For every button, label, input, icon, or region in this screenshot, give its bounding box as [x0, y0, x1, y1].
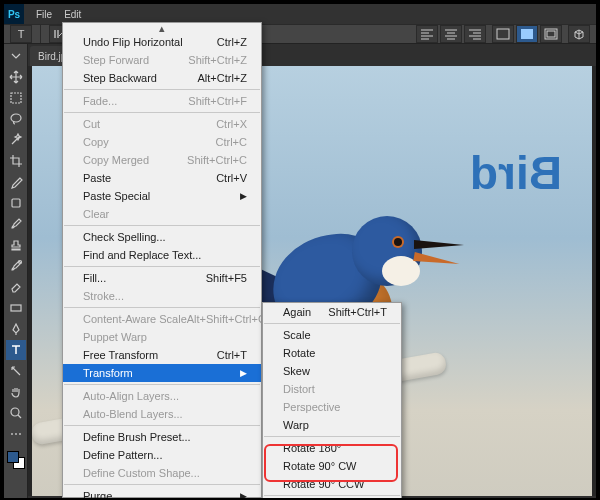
- transform-item-skew[interactable]: Skew: [263, 362, 401, 380]
- svg-rect-3: [547, 31, 555, 37]
- menu-item-shortcut: Shift+Ctrl+T: [328, 306, 387, 318]
- transform-item-rotate-90-ccw[interactable]: Rotate 90° CCW: [263, 475, 401, 493]
- history-brush-tool[interactable]: [6, 256, 26, 276]
- svg-rect-0: [497, 29, 509, 39]
- align-group: [416, 25, 486, 43]
- menu-item-label: Define Brush Preset...: [83, 431, 191, 443]
- eraser-tool[interactable]: [6, 277, 26, 297]
- color-swatches[interactable]: [7, 451, 25, 469]
- menu-separator: [64, 112, 260, 113]
- menu-item-label: Paste Special: [83, 190, 150, 202]
- edit-menu-item-fade: Fade...Shift+Ctrl+F: [63, 92, 261, 110]
- menu-item-shortcut: Shift+Ctrl+F: [188, 95, 247, 107]
- eyedropper-tool[interactable]: [6, 172, 26, 192]
- marquee-tool[interactable]: [6, 88, 26, 108]
- brush-tool[interactable]: [6, 214, 26, 234]
- screen-mode-2-button[interactable]: [516, 25, 538, 43]
- svg-rect-8: [11, 305, 21, 311]
- menu-item-label: Clear: [83, 208, 109, 220]
- edit-menu-item-paste-special[interactable]: Paste Special▶: [63, 187, 261, 205]
- tool-indicator[interactable]: T: [10, 25, 32, 43]
- collapse-button[interactable]: [6, 46, 26, 66]
- menu-item-shortcut: Shift+Ctrl+Z: [188, 54, 247, 66]
- edit-menu-item-define-pattern[interactable]: Define Pattern...: [63, 446, 261, 464]
- hand-tool[interactable]: [6, 382, 26, 402]
- transform-item-scale[interactable]: Scale: [263, 326, 401, 344]
- menu-separator: [64, 89, 260, 90]
- menu-item-shortcut: Alt+Ctrl+Z: [197, 72, 247, 84]
- edit-menu-item-auto-align-layers: Auto-Align Layers...: [63, 387, 261, 405]
- menu-scroll-up[interactable]: ▴: [63, 23, 261, 33]
- path-tool[interactable]: [6, 361, 26, 381]
- menu-edit[interactable]: Edit: [58, 9, 87, 20]
- edit-menu-item-step-forward: Step ForwardShift+Ctrl+Z: [63, 51, 261, 69]
- gradient-tool[interactable]: [6, 298, 26, 318]
- align-left-button[interactable]: [416, 25, 438, 43]
- edit-menu-item-free-transform[interactable]: Free TransformCtrl+T: [63, 346, 261, 364]
- foreground-color-swatch[interactable]: [7, 451, 19, 463]
- edit-menu-item-content-aware-scale: Content-Aware ScaleAlt+Shift+Ctrl+C: [63, 310, 261, 328]
- transform-item-again[interactable]: AgainShift+Ctrl+T: [263, 303, 401, 321]
- menu-item-label: Step Backward: [83, 72, 157, 84]
- edit-menu-item-purge[interactable]: Purge▶: [63, 487, 261, 500]
- edit-menu-item-check-spelling[interactable]: Check Spelling...: [63, 228, 261, 246]
- menu-item-label: Skew: [283, 365, 310, 377]
- menu-item-label: Undo Flip Horizontal: [83, 36, 183, 48]
- lasso-tool[interactable]: [6, 109, 26, 129]
- menu-item-label: Define Custom Shape...: [83, 467, 200, 479]
- align-left-icon: [420, 28, 434, 40]
- menu-item-label: Content-Aware Scale: [83, 313, 187, 325]
- app-logo: Ps: [4, 4, 24, 24]
- transform-item-rotate[interactable]: Rotate: [263, 344, 401, 362]
- menu-item-label: Define Pattern...: [83, 449, 163, 461]
- menu-item-label: Puppet Warp: [83, 331, 147, 343]
- menu-separator: [64, 266, 260, 267]
- menu-item-label: Find and Replace Text...: [83, 249, 201, 261]
- window-icon: [496, 28, 510, 40]
- more-tools[interactable]: ⋯: [6, 424, 26, 444]
- canvas-text-layer: Bird: [470, 146, 562, 200]
- pen-tool[interactable]: [6, 319, 26, 339]
- menu-item-shortcut: Alt+Shift+Ctrl+C: [187, 313, 266, 325]
- submenu-arrow-icon: ▶: [240, 191, 247, 201]
- menu-separator: [64, 307, 260, 308]
- type-tool[interactable]: [6, 340, 26, 360]
- transform-item-warp[interactable]: Warp: [263, 416, 401, 434]
- menu-item-label: Paste: [83, 172, 111, 184]
- edit-menu-item-undo-flip-horizontal[interactable]: Undo Flip HorizontalCtrl+Z: [63, 33, 261, 51]
- stamp-tool[interactable]: [6, 235, 26, 255]
- transform-item-rotate-90-cw[interactable]: Rotate 90° CW: [263, 457, 401, 475]
- wand-tool[interactable]: [6, 130, 26, 150]
- menu-item-label: Rotate 180°: [283, 442, 341, 454]
- menu-item-label: Transform: [83, 367, 133, 379]
- screen-mode-3-button[interactable]: [540, 25, 562, 43]
- move-tool[interactable]: [6, 67, 26, 87]
- edit-menu-item-define-brush-preset[interactable]: Define Brush Preset...: [63, 428, 261, 446]
- edit-menu-item-fill[interactable]: Fill...Shift+F5: [63, 269, 261, 287]
- screen-mode-1-button[interactable]: [492, 25, 514, 43]
- align-right-button[interactable]: [464, 25, 486, 43]
- crop-tool[interactable]: [6, 151, 26, 171]
- edit-menu-item-step-backward[interactable]: Step BackwardAlt+Ctrl+Z: [63, 69, 261, 87]
- menu-item-label: Fill...: [83, 272, 106, 284]
- menu-item-label: Fade...: [83, 95, 117, 107]
- transform-submenu: AgainShift+Ctrl+TScaleRotateSkewDistortP…: [262, 302, 402, 500]
- transform-item-rotate-180[interactable]: Rotate 180°: [263, 439, 401, 457]
- menu-item-label: Copy: [83, 136, 109, 148]
- zoom-tool[interactable]: [6, 403, 26, 423]
- 3d-button[interactable]: [568, 25, 590, 43]
- menu-item-label: Rotate: [283, 347, 315, 359]
- edit-menu-item-find-and-replace-text[interactable]: Find and Replace Text...: [63, 246, 261, 264]
- transform-item-distort: Distort: [263, 380, 401, 398]
- submenu-arrow-icon: ▶: [240, 368, 247, 378]
- menu-file[interactable]: File: [30, 9, 58, 20]
- edit-menu-item-auto-blend-layers: Auto-Blend Layers...: [63, 405, 261, 423]
- align-center-button[interactable]: [440, 25, 462, 43]
- edit-menu-item-copy: CopyCtrl+C: [63, 133, 261, 151]
- menu-item-shortcut: Ctrl+V: [216, 172, 247, 184]
- edit-menu-item-transform[interactable]: Transform▶: [63, 364, 261, 382]
- menu-item-shortcut: Shift+Ctrl+C: [187, 154, 247, 166]
- heal-tool[interactable]: [6, 193, 26, 213]
- svg-rect-1: [521, 29, 533, 39]
- edit-menu-item-paste[interactable]: PasteCtrl+V: [63, 169, 261, 187]
